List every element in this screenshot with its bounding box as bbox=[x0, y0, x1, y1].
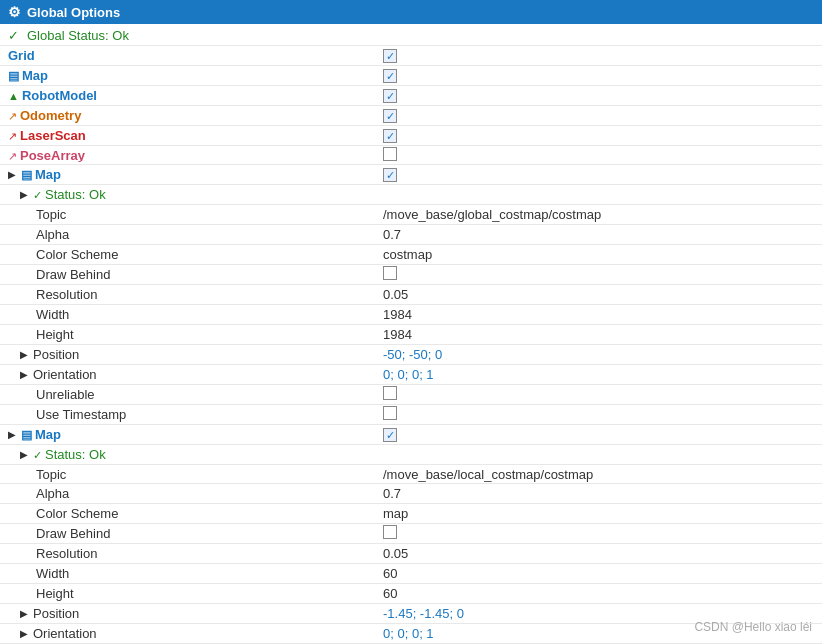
row-map3-alpha[interactable]: Alpha0.7 bbox=[0, 484, 822, 504]
checkbox-map1[interactable]: ✓ bbox=[383, 69, 397, 83]
value-map3-drawbehind[interactable] bbox=[379, 525, 822, 542]
row-map2-position[interactable]: ▶Position-50; -50; 0 bbox=[0, 345, 822, 365]
checkbox-map2-usetimestamp[interactable] bbox=[383, 406, 397, 420]
label-map2-topic: Topic bbox=[0, 207, 379, 222]
row-map2-resolution[interactable]: Resolution0.05 bbox=[0, 285, 822, 305]
label-text-robotmodel: RobotModel bbox=[22, 88, 97, 103]
label-text-laserscan: LaserScan bbox=[20, 128, 86, 143]
label-map2-unreliable: Unreliable bbox=[0, 387, 379, 402]
expand-arrow-map2-header[interactable]: ▶ bbox=[8, 169, 16, 180]
row-grid[interactable]: Grid✓ bbox=[0, 46, 822, 66]
label-text-map3-width: Width bbox=[36, 566, 69, 581]
value-odometry[interactable]: ✓ bbox=[379, 108, 822, 124]
prefix-icon-map3-status: ✓ bbox=[33, 447, 42, 462]
checkbox-odometry[interactable]: ✓ bbox=[383, 109, 397, 123]
row-map2-header[interactable]: ▶▤Map✓ bbox=[0, 165, 822, 185]
value-text-map3-topic: /move_base/local_costmap/costmap bbox=[383, 467, 593, 482]
value-posearray[interactable] bbox=[379, 147, 822, 163]
row-map2-alpha[interactable]: Alpha0.7 bbox=[0, 225, 822, 245]
value-map2-drawbehind[interactable] bbox=[379, 266, 822, 283]
row-map1[interactable]: ▤Map✓ bbox=[0, 66, 822, 86]
row-map2-orientation[interactable]: ▶Orientation0; 0; 0; 1 bbox=[0, 365, 822, 385]
row-map3-resolution[interactable]: Resolution0.05 bbox=[0, 544, 822, 564]
row-map3-colorscheme[interactable]: Color Schememap bbox=[0, 504, 822, 524]
row-map2-topic[interactable]: Topic/move_base/global_costmap/costmap bbox=[0, 205, 822, 225]
expand-arrow-map2-status[interactable]: ▶ bbox=[20, 189, 28, 200]
global-status-label: ✓ Global Status: Ok bbox=[0, 28, 379, 43]
value-text-map2-height: 1984 bbox=[383, 327, 412, 342]
label-robotmodel: ▲RobotModel bbox=[0, 88, 379, 103]
value-robotmodel[interactable]: ✓ bbox=[379, 88, 822, 104]
row-laserscan[interactable]: ↗LaserScan✓ bbox=[0, 126, 822, 146]
checkbox-robotmodel[interactable]: ✓ bbox=[383, 89, 397, 103]
row-map3-topic[interactable]: Topic/move_base/local_costmap/costmap bbox=[0, 465, 822, 484]
value-text-map3-height: 60 bbox=[383, 586, 397, 601]
label-map2-alpha: Alpha bbox=[0, 227, 379, 242]
expand-arrow-map3-orientation[interactable]: ▶ bbox=[20, 628, 28, 639]
value-text-map3-position: -1.45; -1.45; 0 bbox=[383, 606, 464, 621]
checkbox-map3-drawbehind[interactable] bbox=[383, 525, 397, 539]
checkbox-laserscan[interactable]: ✓ bbox=[383, 129, 397, 143]
value-grid[interactable]: ✓ bbox=[379, 48, 822, 64]
row-map2-width[interactable]: Width1984 bbox=[0, 305, 822, 325]
checkbox-posearray[interactable] bbox=[383, 147, 397, 161]
value-map2-height: 1984 bbox=[379, 327, 822, 342]
checkbox-map3-header[interactable]: ✓ bbox=[383, 428, 397, 442]
value-map1[interactable]: ✓ bbox=[379, 68, 822, 84]
row-map3-position[interactable]: ▶Position-1.45; -1.45; 0 bbox=[0, 604, 822, 624]
label-text-map3-colorscheme: Color Scheme bbox=[36, 506, 118, 521]
prefix-icon-map1: ▤ bbox=[8, 68, 19, 83]
value-map2-unreliable[interactable] bbox=[379, 386, 822, 403]
value-map2-usetimestamp[interactable] bbox=[379, 406, 822, 423]
value-text-map2-position: -50; -50; 0 bbox=[383, 347, 442, 362]
value-map2-resolution: 0.05 bbox=[379, 287, 822, 302]
expand-arrow-map3-position[interactable]: ▶ bbox=[20, 608, 28, 619]
row-map2-drawbehind[interactable]: Draw Behind bbox=[0, 265, 822, 285]
row-map2-colorscheme[interactable]: Color Schemecostmap bbox=[0, 245, 822, 265]
row-posearray[interactable]: ↗PoseArray bbox=[0, 146, 822, 165]
expand-arrow-map2-position[interactable]: ▶ bbox=[20, 349, 28, 360]
label-map2-status: ▶✓Status: Ok bbox=[0, 187, 379, 202]
label-text-map2-unreliable: Unreliable bbox=[36, 387, 95, 402]
expand-arrow-map3-status[interactable]: ▶ bbox=[20, 449, 28, 460]
label-map3-position: ▶Position bbox=[0, 606, 379, 621]
label-map2-header: ▶▤Map bbox=[0, 167, 379, 182]
checkbox-map2-header[interactable]: ✓ bbox=[383, 168, 397, 182]
prefix-icon-map3-header: ▤ bbox=[21, 427, 32, 442]
row-map3-height[interactable]: Height60 bbox=[0, 584, 822, 604]
row-odometry[interactable]: ↗Odometry✓ bbox=[0, 106, 822, 126]
row-map3-header[interactable]: ▶▤Map✓ bbox=[0, 425, 822, 445]
label-map3-height: Height bbox=[0, 586, 379, 601]
content-area[interactable]: ✓ Global Status: Ok Grid✓▤Map✓▲RobotMode… bbox=[0, 24, 822, 644]
checkbox-grid[interactable]: ✓ bbox=[383, 49, 397, 63]
row-map2-height[interactable]: Height1984 bbox=[0, 325, 822, 345]
expand-arrow-map3-header[interactable]: ▶ bbox=[8, 429, 16, 440]
label-map3-drawbehind: Draw Behind bbox=[0, 526, 379, 541]
label-map3-alpha: Alpha bbox=[0, 486, 379, 501]
row-map3-orientation[interactable]: ▶Orientation0; 0; 0; 1 bbox=[0, 624, 822, 644]
label-map2-colorscheme: Color Scheme bbox=[0, 247, 379, 262]
row-map2-usetimestamp[interactable]: Use Timestamp bbox=[0, 405, 822, 425]
row-map2-status[interactable]: ▶✓Status: Ok bbox=[0, 185, 822, 205]
value-map2-topic: /move_base/global_costmap/costmap bbox=[379, 207, 822, 222]
label-posearray: ↗PoseArray bbox=[0, 148, 379, 162]
title-icon: ⚙ bbox=[8, 4, 21, 20]
value-map2-header[interactable]: ✓ bbox=[379, 167, 822, 183]
row-map3-width[interactable]: Width60 bbox=[0, 564, 822, 584]
label-map2-drawbehind: Draw Behind bbox=[0, 267, 379, 282]
expand-arrow-map2-orientation[interactable]: ▶ bbox=[20, 369, 28, 380]
title-text: Global Options bbox=[27, 5, 120, 20]
label-text-map2-resolution: Resolution bbox=[36, 287, 97, 302]
row-robotmodel[interactable]: ▲RobotModel✓ bbox=[0, 86, 822, 106]
label-map3-colorscheme: Color Scheme bbox=[0, 506, 379, 521]
row-map2-unreliable[interactable]: Unreliable bbox=[0, 385, 822, 405]
label-text-map2-colorscheme: Color Scheme bbox=[36, 247, 118, 262]
row-map3-drawbehind[interactable]: Draw Behind bbox=[0, 524, 822, 544]
checkbox-map2-drawbehind[interactable] bbox=[383, 266, 397, 280]
value-laserscan[interactable]: ✓ bbox=[379, 128, 822, 144]
value-map3-header[interactable]: ✓ bbox=[379, 427, 822, 443]
row-map3-status[interactable]: ▶✓Status: Ok bbox=[0, 445, 822, 465]
checkbox-map2-unreliable[interactable] bbox=[383, 386, 397, 400]
value-map2-alpha: 0.7 bbox=[379, 227, 822, 242]
label-text-map3-status: Status: Ok bbox=[45, 447, 106, 462]
